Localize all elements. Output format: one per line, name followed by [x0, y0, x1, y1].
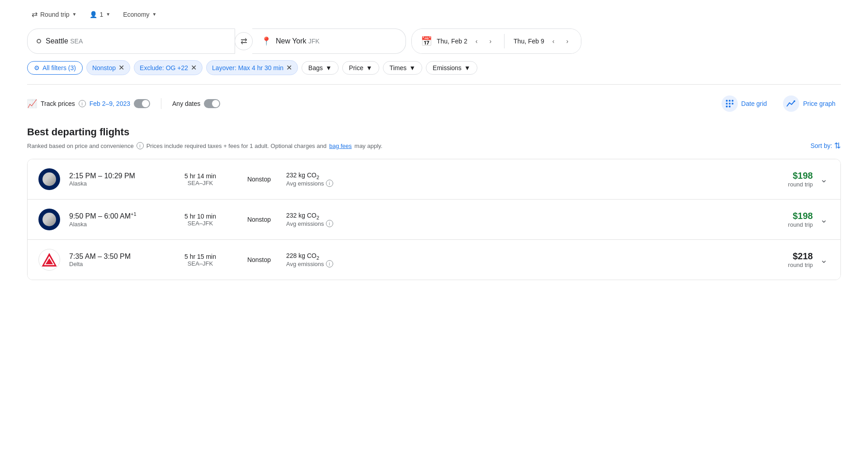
flight-stops-col-3: Nonstop: [232, 256, 286, 263]
emissions-info-icon-3[interactable]: i: [326, 260, 333, 267]
flight-airline-1: Alaska: [69, 180, 169, 187]
emissions-info-icon-1[interactable]: i: [326, 180, 333, 187]
all-filters-button[interactable]: ⚙ All filters (3): [27, 61, 83, 75]
flight-row[interactable]: 7:35 AM – 3:50 PM Delta 5 hr 15 min SEA–…: [28, 240, 840, 280]
flight-airline-3: Delta: [69, 261, 169, 267]
emissions-filter-button[interactable]: Emissions ▼: [426, 61, 477, 75]
flight-duration-1: 5 hr 14 min: [169, 172, 232, 180]
depart-date-field[interactable]: 📅 Thu, Feb 2 ‹ ›: [412, 29, 504, 53]
svg-rect-6: [726, 106, 727, 108]
flight-price-col-1: $198 round trip ⌄: [788, 171, 830, 188]
flight-duration-col-1: 5 hr 14 min SEA–JFK: [169, 172, 232, 186]
date-grid-label: Date grid: [741, 100, 767, 107]
nonstop-chip[interactable]: Nonstop ✕: [86, 60, 130, 75]
flight-price-col-3: $218 round trip ⌄: [788, 251, 830, 268]
flight-avg-3: Avg emissions i: [286, 260, 377, 267]
swap-button[interactable]: ⇄: [235, 32, 253, 50]
depart-date-text: Thu, Feb 2: [437, 38, 467, 45]
section-subtitle: Ranked based on price and convenience i …: [27, 142, 382, 149]
flight-airline-2: Alaska: [69, 221, 169, 228]
depart-prev-button[interactable]: ‹: [472, 36, 481, 47]
price-filter-button[interactable]: Price ▼: [342, 61, 379, 75]
svg-point-15: [45, 219, 53, 223]
expand-button-2[interactable]: ⌄: [818, 212, 830, 227]
emissions-info-icon-2[interactable]: i: [326, 220, 333, 227]
origin-field[interactable]: Seattle SEA: [27, 29, 235, 54]
search-bar: Seattle SEA ⇄ 📍 New York JFK 📅 Thu, Feb …: [27, 29, 841, 54]
nonstop-remove-icon[interactable]: ✕: [118, 63, 124, 72]
track-prices-label: Track prices: [41, 100, 75, 107]
times-filter-button[interactable]: Times ▼: [383, 61, 422, 75]
track-info-icon[interactable]: i: [79, 100, 86, 107]
svg-point-9: [41, 171, 57, 187]
exclude-og-remove-icon[interactable]: ✕: [191, 63, 197, 72]
layover-remove-icon[interactable]: ✕: [286, 63, 292, 72]
flight-row[interactable]: 9:50 PM – 6:00 AM+1 Alaska 5 hr 10 min S…: [28, 200, 840, 240]
flight-price-2: $198: [788, 211, 813, 221]
destination-field[interactable]: 📍 New York JFK: [252, 29, 406, 54]
flights-list: 2:15 PM – 10:29 PM Alaska 5 hr 14 min SE…: [27, 159, 841, 280]
track-prices-toggle[interactable]: [134, 99, 150, 108]
flight-route-3: SEA–JFK: [169, 260, 232, 267]
price-graph-button[interactable]: Price graph: [778, 92, 841, 115]
sort-row[interactable]: Sort by: ⇅: [811, 141, 841, 151]
track-prices-right: Date grid Price graph: [716, 92, 841, 115]
swap-icon: ⇄: [241, 36, 247, 46]
flight-stops-3: Nonstop: [232, 256, 286, 263]
trip-type-button[interactable]: ⇄ Round trip ▼: [27, 7, 81, 21]
flight-emissions-col-2: 232 kg CO2 Avg emissions i: [286, 212, 377, 228]
origin-circle-icon: [37, 39, 41, 43]
bag-fees-link[interactable]: bag fees: [329, 143, 352, 149]
cabin-class-button[interactable]: Economy ▼: [118, 8, 161, 21]
date-fields: 📅 Thu, Feb 2 ‹ › Thu, Feb 9 ‹ ›: [411, 29, 581, 54]
svg-rect-1: [729, 100, 731, 102]
layover-chip[interactable]: Layover: Max 4 hr 30 min ✕: [206, 60, 298, 75]
expand-button-1[interactable]: ⌄: [818, 172, 830, 186]
destination-pin-icon: 📍: [261, 36, 271, 46]
passengers-button[interactable]: 👤 1 ▼: [85, 8, 115, 21]
cabin-class-label: Economy: [123, 11, 149, 18]
trip-type-label: Round trip: [40, 11, 70, 18]
section-info-icon[interactable]: i: [137, 142, 144, 149]
bags-filter-button[interactable]: Bags ▼: [302, 61, 339, 75]
svg-rect-0: [726, 100, 727, 102]
flight-time-col-3: 7:35 AM – 3:50 PM Delta: [69, 252, 169, 267]
price-graph-icon: [783, 95, 799, 112]
svg-rect-4: [729, 103, 731, 105]
flight-price-1: $198: [788, 171, 813, 181]
flight-avg-2: Avg emissions i: [286, 220, 377, 227]
times-chevron-icon: ▼: [409, 64, 415, 71]
expand-button-3[interactable]: ⌄: [818, 252, 830, 267]
flight-price-3: $218: [788, 251, 813, 262]
exclude-og-chip[interactable]: Exclude: OG +22 ✕: [134, 60, 203, 75]
page-wrapper: ⇄ Round trip ▼ 👤 1 ▼ Economy ▼ Seattle S…: [0, 0, 868, 462]
return-next-button[interactable]: ›: [562, 36, 572, 47]
flight-row[interactable]: 2:15 PM – 10:29 PM Alaska 5 hr 14 min SE…: [28, 159, 840, 200]
date-grid-icon: [722, 95, 738, 112]
flight-stops-2: Nonstop: [232, 216, 286, 223]
return-prev-button[interactable]: ‹: [549, 36, 558, 47]
svg-rect-3: [726, 103, 727, 105]
svg-rect-2: [731, 100, 733, 102]
passenger-icon: 👤: [90, 11, 97, 18]
return-date-text: Thu, Feb 9: [514, 38, 544, 45]
flight-price-sub-1: round trip: [788, 181, 813, 188]
flight-time-2: 9:50 PM – 6:00 AM+1: [69, 211, 169, 220]
emissions-chevron-icon: ▼: [464, 64, 471, 71]
flight-stops-1: Nonstop: [232, 176, 286, 183]
price-chevron-icon: ▼: [366, 64, 373, 71]
any-dates-toggle[interactable]: [204, 99, 220, 108]
svg-point-13: [41, 211, 57, 228]
flight-stops-col-1: Nonstop: [232, 176, 286, 183]
svg-rect-16: [47, 220, 52, 222]
flight-co2-3: 228 kg CO2: [286, 252, 377, 261]
flight-co2-2: 232 kg CO2: [286, 212, 377, 220]
svg-point-14: [46, 215, 53, 222]
sort-icon: ⇅: [834, 141, 841, 151]
flight-time-3: 7:35 AM – 3:50 PM: [69, 252, 169, 261]
any-dates-label: Any dates: [172, 100, 200, 107]
return-date-field[interactable]: Thu, Feb 9 ‹ ›: [505, 29, 581, 53]
date-grid-button[interactable]: Date grid: [716, 92, 773, 115]
depart-next-button[interactable]: ›: [486, 36, 495, 47]
flight-price-col-2: $198 round trip ⌄: [788, 211, 830, 228]
